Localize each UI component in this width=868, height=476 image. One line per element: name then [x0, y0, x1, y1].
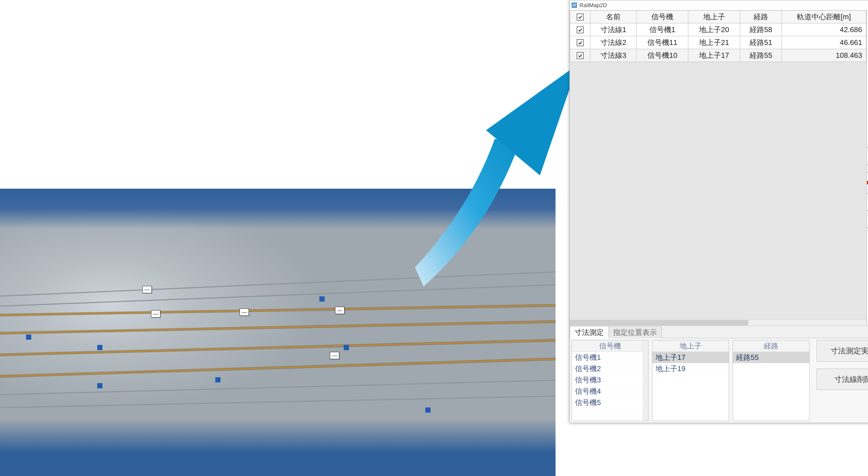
- aerial-label: ―: [142, 286, 152, 293]
- aerial-marker: [215, 377, 220, 382]
- app-icon: [571, 2, 577, 8]
- check-all-checkbox[interactable]: [577, 13, 584, 21]
- list-item[interactable]: 信号機4: [572, 386, 648, 397]
- cell-signal: 信号機1: [637, 23, 688, 36]
- aerial-marker: [319, 296, 324, 302]
- list-item[interactable]: 信号機1: [572, 352, 648, 363]
- route-list[interactable]: 経路 経路55: [733, 340, 810, 421]
- cell-distance: 108.463: [782, 49, 866, 62]
- cell-route: 経路51: [740, 36, 782, 49]
- railmap2d-window: RailMap2D — ☐ ✕ 名前 信号機 地上子: [569, 0, 868, 423]
- cell-route: 経路55: [740, 49, 782, 62]
- cell-signal: 信号機10: [637, 49, 688, 62]
- cell-balise: 地上子21: [688, 36, 740, 49]
- bottom-control-panel: 寸法測定 指定位置表示 信号機 信号機1 信号機2 信号機3 信号機4 信号機5…: [570, 325, 868, 423]
- col-header-distance[interactable]: 軌道中心距離[m]: [782, 10, 866, 23]
- cell-name: 寸法線3: [590, 49, 637, 62]
- map-canvas[interactable]: 46.661m 42.686m 108.463m: [867, 10, 868, 325]
- window-title: RailMap2D: [580, 2, 607, 8]
- balise-list[interactable]: 地上子 地上子17 地上子19: [652, 340, 729, 421]
- list-item[interactable]: 経路55: [733, 352, 809, 363]
- row-checkbox[interactable]: [577, 39, 584, 46]
- aerial-marker: [344, 345, 349, 350]
- cell-name: 寸法線2: [590, 36, 637, 49]
- cell-balise: 地上子17: [688, 49, 740, 62]
- cell-name: 寸法線1: [590, 23, 637, 36]
- row-checkbox[interactable]: [577, 52, 584, 59]
- aerial-marker: [97, 383, 102, 388]
- dimension-table[interactable]: 名前 信号機 地上子 経路 軌道中心距離[m] 寸法線1 信号機1 地上子20 …: [570, 10, 866, 62]
- aerial-background: [0, 189, 556, 476]
- table-row[interactable]: 寸法線2 信号機11 地上子21 経路51 46.661: [570, 36, 866, 49]
- dimension-table-panel: 名前 信号機 地上子 経路 軌道中心距離[m] 寸法線1 信号機1 地上子20 …: [570, 10, 867, 325]
- list-item[interactable]: 信号機5: [572, 397, 648, 408]
- table-row[interactable]: 寸法線1 信号機1 地上子20 経路58 42.686: [570, 23, 866, 36]
- aerial-label: ―: [335, 307, 344, 314]
- table-horizontal-scrollbar[interactable]: [570, 319, 866, 325]
- cell-distance: 46.661: [782, 36, 866, 49]
- cell-balise: 地上子20: [688, 23, 740, 36]
- signal-list[interactable]: 信号機 信号機1 信号機2 信号機3 信号機4 信号機5: [571, 340, 649, 421]
- col-header-route[interactable]: 経路: [740, 10, 782, 23]
- aerial-marker: [26, 335, 31, 340]
- col-header-name[interactable]: 名前: [590, 10, 637, 23]
- col-header-check[interactable]: [570, 10, 590, 23]
- cell-distance: 42.686: [782, 23, 866, 36]
- source-pointcloud-view: ― ― ― ― ―: [0, 189, 556, 476]
- delete-dimension-button[interactable]: 寸法線削除: [817, 369, 868, 390]
- list-item[interactable]: 地上子19: [652, 363, 729, 375]
- aerial-label: ―: [330, 352, 339, 359]
- cell-route: 経路58: [740, 23, 782, 36]
- tab-measure[interactable]: 寸法測定: [570, 326, 609, 338]
- list-item[interactable]: 信号機2: [572, 363, 648, 375]
- window-titlebar: RailMap2D — ☐ ✕: [570, 0, 868, 10]
- run-measure-button[interactable]: 寸法測定実行: [817, 340, 868, 361]
- col-header-signal[interactable]: 信号機: [637, 10, 688, 23]
- aerial-marker: [97, 345, 102, 350]
- list-item[interactable]: 地上子17: [652, 352, 729, 363]
- list-item[interactable]: 信号機3: [572, 375, 648, 386]
- bottom-tabs: 寸法測定 指定位置表示: [570, 326, 868, 338]
- aerial-label: ―: [151, 310, 160, 318]
- list-header-balise: 地上子: [652, 341, 729, 352]
- aerial-marker: [425, 407, 431, 413]
- col-header-balise[interactable]: 地上子: [688, 10, 740, 23]
- tab-position[interactable]: 指定位置表示: [608, 326, 662, 338]
- row-checkbox[interactable]: [577, 26, 584, 33]
- map-track-grey: [867, 113, 868, 228]
- list-header-signal: 信号機: [572, 341, 648, 352]
- table-row[interactable]: 寸法線3 信号機10 地上子17 経路55 108.463: [570, 49, 866, 62]
- list-scrollbar[interactable]: [643, 341, 648, 421]
- cell-signal: 信号機11: [637, 36, 688, 49]
- aerial-label: ―: [240, 309, 249, 316]
- list-header-route: 経路: [733, 341, 809, 352]
- map-track-main: [867, 167, 868, 183]
